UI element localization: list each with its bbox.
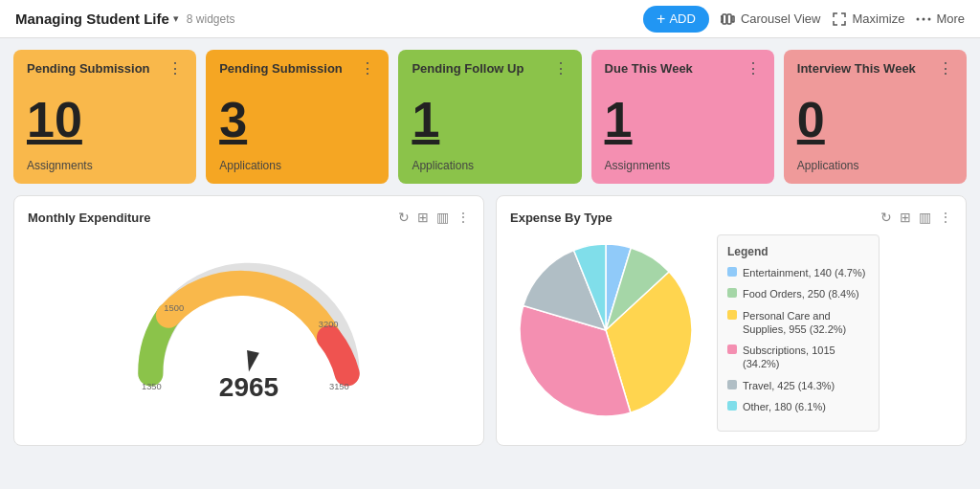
svg-text:1350: 1350 bbox=[142, 382, 162, 391]
summary-card-card-4: Due This Week ⋮ 1 Assignments bbox=[591, 50, 774, 184]
svg-text:3200: 3200 bbox=[319, 320, 339, 329]
legend-dot bbox=[727, 380, 737, 389]
card-menu-icon[interactable]: ⋮ bbox=[167, 61, 183, 77]
more-button[interactable]: More bbox=[916, 11, 965, 27]
card-label: Applications bbox=[797, 159, 953, 172]
legend-label: Subscriptions, 1015 (34.2%) bbox=[743, 344, 869, 371]
legend-label: Food Orders, 250 (8.4%) bbox=[743, 287, 859, 300]
expenditure-title: Monthly Expenditure bbox=[28, 211, 151, 225]
card-menu-icon[interactable]: ⋮ bbox=[938, 61, 953, 77]
charts-row: Monthly Expenditure ↻ ⊞ ▥ ⋮ bbox=[13, 195, 967, 446]
svg-marker-7 bbox=[243, 350, 259, 373]
column-icon[interactable]: ▥ bbox=[436, 210, 449, 225]
main-content: Pending Submission ⋮ 10 Assignments Pend… bbox=[0, 38, 980, 457]
legend-dot bbox=[727, 310, 737, 320]
gauge-value: 2965 bbox=[219, 372, 278, 403]
card-menu-icon[interactable]: ⋮ bbox=[746, 61, 761, 77]
add-plus-icon: + bbox=[657, 11, 665, 28]
card-number: 1 bbox=[605, 95, 761, 144]
card-number: 10 bbox=[27, 95, 183, 144]
refresh-icon[interactable]: ↻ bbox=[880, 210, 892, 225]
card-number: 0 bbox=[797, 95, 953, 144]
refresh-icon[interactable]: ↻ bbox=[398, 210, 410, 225]
svg-text:3150: 3150 bbox=[329, 382, 349, 391]
title-dropdown-icon[interactable]: ▾ bbox=[173, 12, 179, 25]
card-header: Pending Submission ⋮ bbox=[27, 61, 183, 77]
legend-dot bbox=[727, 288, 737, 298]
legend-item: Subscriptions, 1015 (34.2%) bbox=[727, 344, 869, 371]
legend-label: Other, 180 (6.1%) bbox=[743, 400, 826, 413]
legend-item: Travel, 425 (14.3%) bbox=[727, 379, 869, 392]
gauge-container: 1350 1500 3200 3150 2965 bbox=[28, 234, 470, 426]
svg-text:1500: 1500 bbox=[164, 303, 184, 313]
legend-dot bbox=[727, 267, 737, 277]
svg-rect-2 bbox=[732, 16, 734, 22]
card-title: Pending Submission bbox=[27, 61, 150, 76]
add-button[interactable]: + ADD bbox=[643, 6, 709, 33]
header-actions: + ADD Carousel View Maximize bbox=[643, 6, 965, 33]
svg-point-5 bbox=[923, 17, 925, 20]
pie-container: Legend Entertainment, 140 (4.7%) Food Or… bbox=[510, 234, 952, 432]
summary-card-card-3: Pending Follow Up ⋮ 1 Applications bbox=[398, 50, 581, 184]
monthly-expenditure-panel: Monthly Expenditure ↻ ⊞ ▥ ⋮ bbox=[13, 195, 484, 446]
expense-header: Expense By Type ↻ ⊞ ▥ ⋮ bbox=[510, 210, 952, 225]
card-label: Assignments bbox=[605, 159, 761, 172]
summary-card-card-2: Pending Submission ⋮ 3 Applications bbox=[206, 50, 389, 184]
carousel-view-button[interactable]: Carousel View bbox=[721, 11, 821, 27]
expense-actions: ↻ ⊞ ▥ ⋮ bbox=[880, 210, 952, 225]
legend-item: Food Orders, 250 (8.4%) bbox=[727, 287, 869, 300]
widget-count: 8 widgets bbox=[187, 12, 235, 26]
table-icon[interactable]: ⊞ bbox=[417, 210, 429, 225]
card-menu-icon[interactable]: ⋮ bbox=[360, 61, 375, 77]
maximize-icon bbox=[832, 11, 847, 27]
card-title: Due This Week bbox=[605, 61, 693, 76]
summary-card-card-5: Interview This Week ⋮ 0 Applications bbox=[784, 50, 967, 184]
summary-cards: Pending Submission ⋮ 10 Assignments Pend… bbox=[13, 50, 967, 184]
card-label: Applications bbox=[412, 159, 568, 172]
expense-title: Expense By Type bbox=[510, 211, 612, 225]
svg-rect-1 bbox=[727, 14, 731, 24]
svg-point-6 bbox=[928, 17, 931, 20]
column-icon[interactable]: ▥ bbox=[919, 210, 931, 225]
table-icon[interactable]: ⊞ bbox=[900, 210, 911, 225]
card-number: 3 bbox=[219, 95, 375, 144]
legend-item: Personal Care and Supplies, 955 (32.2%) bbox=[727, 309, 869, 337]
legend-dot bbox=[727, 401, 737, 411]
legend-label: Personal Care and Supplies, 955 (32.2%) bbox=[743, 309, 869, 337]
svg-rect-3 bbox=[721, 16, 723, 22]
expense-by-type-panel: Expense By Type ↻ ⊞ ▥ ⋮ Legend Entertain… bbox=[496, 195, 967, 446]
app-header: Managing Student Life ▾ 8 widgets + ADD … bbox=[0, 0, 980, 38]
legend-label: Travel, 425 (14.3%) bbox=[743, 379, 835, 392]
maximize-button[interactable]: Maximize bbox=[832, 11, 904, 27]
card-menu-icon[interactable]: ⋮ bbox=[553, 61, 568, 77]
card-title: Pending Follow Up bbox=[412, 61, 523, 76]
expenditure-actions: ↻ ⊞ ▥ ⋮ bbox=[398, 210, 470, 225]
pie-chart-svg bbox=[510, 234, 702, 426]
card-header: Interview This Week ⋮ bbox=[797, 61, 953, 77]
menu-icon[interactable]: ⋮ bbox=[457, 210, 470, 225]
summary-card-card-1: Pending Submission ⋮ 10 Assignments bbox=[13, 50, 196, 184]
card-header: Due This Week ⋮ bbox=[605, 61, 761, 77]
legend-item: Entertainment, 140 (4.7%) bbox=[727, 266, 869, 279]
page-title: Managing Student Life bbox=[15, 11, 169, 27]
card-label: Applications bbox=[219, 159, 375, 172]
menu-icon[interactable]: ⋮ bbox=[939, 210, 952, 225]
legend-item: Other, 180 (6.1%) bbox=[727, 400, 869, 413]
expenditure-header: Monthly Expenditure ↻ ⊞ ▥ ⋮ bbox=[28, 210, 470, 225]
card-title: Interview This Week bbox=[797, 61, 916, 76]
gauge-svg: 1350 1500 3200 3150 bbox=[124, 257, 373, 391]
card-header: Pending Follow Up ⋮ bbox=[412, 61, 568, 77]
svg-point-4 bbox=[917, 17, 920, 20]
legend-dot bbox=[727, 345, 737, 354]
card-label: Assignments bbox=[27, 159, 183, 172]
card-header: Pending Submission ⋮ bbox=[219, 61, 375, 77]
pie-svg-wrapper bbox=[510, 234, 702, 429]
legend-label: Entertainment, 140 (4.7%) bbox=[743, 266, 865, 279]
card-title: Pending Submission bbox=[219, 61, 343, 76]
card-number: 1 bbox=[412, 95, 568, 144]
more-icon bbox=[916, 11, 931, 27]
carousel-icon bbox=[721, 11, 736, 27]
legend-title: Legend bbox=[727, 245, 869, 258]
pie-legend: Legend Entertainment, 140 (4.7%) Food Or… bbox=[717, 234, 880, 432]
